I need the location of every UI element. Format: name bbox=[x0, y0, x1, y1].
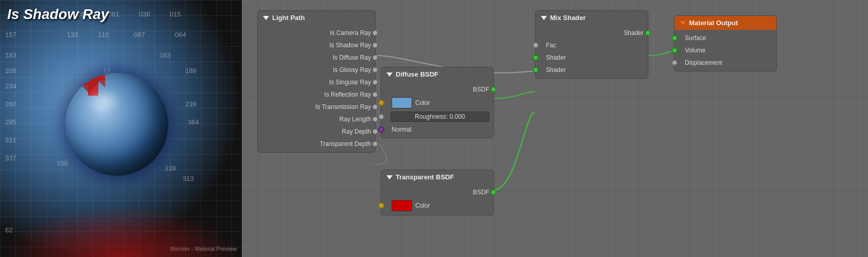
socket-transmission-ray bbox=[372, 104, 378, 110]
node-row-raydepth: Ray Depth bbox=[258, 125, 375, 138]
light-path-header: Light Path bbox=[258, 11, 375, 25]
collapse-triangle-output[interactable] bbox=[680, 21, 686, 25]
light-path-node: Light Path Is Camera Ray Is Shadow Ray I… bbox=[257, 10, 376, 153]
color-swatch-diffuse[interactable] bbox=[392, 97, 412, 108]
socket-transparent-bsdf-out bbox=[490, 189, 497, 195]
node-row-fac: Fac bbox=[536, 39, 648, 51]
collapse-triangle-diffuse[interactable] bbox=[386, 72, 393, 77]
socket-camera-ray bbox=[372, 30, 378, 36]
diffuse-bsdf-header: Diffuse BSDF bbox=[381, 67, 493, 81]
socket-glossy-ray bbox=[372, 67, 378, 73]
socket-transparent-color-in bbox=[378, 203, 384, 209]
node-row-displacement: Displacement bbox=[675, 57, 776, 69]
preview-panel: 109 084 061 038 015 157 133 110 087 064 … bbox=[0, 0, 242, 257]
collapse-triangle-mix[interactable] bbox=[541, 16, 547, 20]
node-row-reflection: Is Reflection Ray bbox=[258, 88, 375, 101]
socket-volume-in bbox=[671, 47, 678, 53]
material-output-node: Material Output Surface Volume Displacem… bbox=[674, 15, 777, 71]
socket-ray-length bbox=[372, 116, 378, 122]
socket-normal-in bbox=[378, 126, 384, 133]
node-row-roughness: Roughness: 0.000 bbox=[381, 110, 493, 123]
node-row-diffuse: Is Diffuse Ray bbox=[258, 51, 375, 64]
socket-mix-shader-out bbox=[645, 30, 651, 36]
mix-shader-title: Mix Shader bbox=[550, 14, 586, 22]
color-swatch-transparent[interactable] bbox=[392, 200, 412, 211]
node-row-transmission: Is Transmission Ray bbox=[258, 101, 375, 113]
socket-reflection-ray bbox=[372, 91, 378, 98]
socket-singular-ray bbox=[372, 79, 378, 85]
node-row-mix-shader2: Shader bbox=[536, 64, 648, 76]
socket-ray-depth bbox=[372, 128, 378, 135]
socket-shadow-ray bbox=[372, 42, 378, 48]
socket-mix-shader1-in bbox=[533, 54, 539, 61]
node-row-mix-shader1: Shader bbox=[536, 51, 648, 64]
node-row-mix-shader-out: Shader bbox=[536, 27, 648, 39]
transparent-bsdf-title: Transparent BSDF bbox=[396, 173, 454, 181]
transparent-bsdf-header: Transparent BSDF bbox=[381, 170, 493, 184]
node-editor: Light Path Is Camera Ray Is Shadow Ray I… bbox=[242, 0, 868, 257]
socket-mix-shader2-in bbox=[533, 67, 539, 73]
mix-shader-node: Mix Shader Shader Fac Shader Shader bbox=[535, 10, 648, 79]
roughness-field[interactable]: Roughness: 0.000 bbox=[391, 112, 489, 122]
node-row-transdepth: Transparent Depth bbox=[258, 138, 375, 150]
socket-fac-in bbox=[533, 42, 539, 48]
socket-displacement-in bbox=[671, 60, 678, 66]
node-row-shadow: Is Shadow Ray bbox=[258, 39, 375, 51]
node-row-raylength: Ray Length bbox=[258, 113, 375, 125]
node-row-singular: Is Singular Ray bbox=[258, 76, 375, 88]
node-row-bsdf-out: BSDF bbox=[381, 83, 493, 96]
socket-transparent-depth bbox=[372, 141, 378, 147]
transparent-bsdf-node: Transparent BSDF BSDF Color bbox=[381, 170, 494, 215]
node-row-glossy: Is Glossy Ray bbox=[258, 64, 375, 76]
node-row-transparent-bsdf-out: BSDF bbox=[381, 186, 493, 198]
node-row-color: Color bbox=[381, 96, 493, 110]
node-row-normal: Normal bbox=[381, 123, 493, 136]
socket-roughness-in bbox=[378, 114, 384, 120]
light-path-title: Light Path bbox=[272, 14, 305, 22]
socket-diffuse-ray bbox=[372, 54, 378, 61]
socket-bsdf-out bbox=[490, 86, 497, 93]
node-row-camera: Is Camera Ray bbox=[258, 27, 375, 39]
collapse-triangle-transparent[interactable] bbox=[386, 175, 393, 179]
material-output-title: Material Output bbox=[689, 19, 738, 27]
socket-color-in bbox=[378, 100, 384, 106]
node-row-surface: Surface bbox=[675, 32, 776, 44]
material-output-header: Material Output bbox=[675, 16, 776, 30]
node-row-transparent-color: Color bbox=[381, 198, 493, 213]
preview-title: Is Shadow Ray bbox=[7, 6, 109, 23]
socket-surface-in bbox=[671, 35, 678, 41]
node-row-volume: Volume bbox=[675, 44, 776, 57]
diffuse-bsdf-title: Diffuse BSDF bbox=[396, 70, 438, 78]
mix-shader-header: Mix Shader bbox=[536, 11, 648, 25]
diffuse-bsdf-node: Diffuse BSDF BSDF Color Roughness: 0.000 bbox=[381, 67, 494, 138]
collapse-triangle[interactable] bbox=[263, 16, 269, 20]
